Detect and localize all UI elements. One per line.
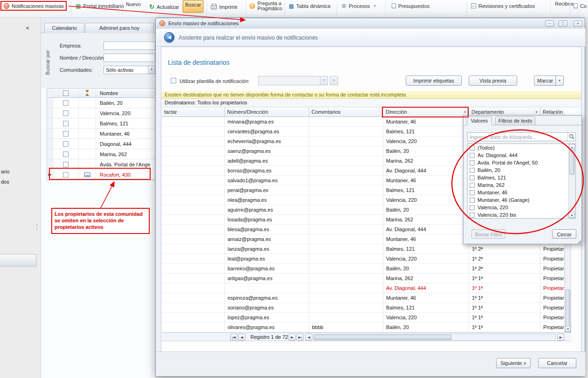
filter-funnel-icon[interactable]: ▼: [463, 110, 467, 114]
select-all-checkbox[interactable]: [63, 90, 69, 96]
vista-previa-button[interactable]: Vista previa: [469, 76, 517, 86]
marcar-button[interactable]: Marcar ▼: [534, 76, 564, 86]
tab-adminet-para-hoy[interactable]: Adminet para hoy: [85, 23, 154, 33]
value-checkbox[interactable]: [470, 175, 475, 180]
siguiente-button[interactable]: Siguiente >: [496, 358, 531, 368]
ribbon-presupuestos-button[interactable]: Presupuestos: [390, 1, 431, 11]
ribbon-portal-inmobiliario-button[interactable]: ▦ Portal inmobiliario: [74, 1, 126, 11]
table-row[interactable]: olivares@pragma.es bbbb Bailén, 20 1º 1ª…: [162, 323, 571, 332]
nombre-column-header[interactable]: Nombre: [96, 89, 155, 97]
table-row[interactable]: lanza@pragma.es Balmes, 121 1º 2ª Propie…: [162, 244, 571, 254]
chevron-down-icon[interactable]: ▼: [555, 76, 563, 85]
value-checkbox[interactable]: [470, 160, 475, 165]
comunidades-select[interactable]: Sólo activas ▼: [104, 66, 155, 74]
scroll-down-button[interactable]: ▼: [569, 212, 575, 218]
value-checkbox[interactable]: [470, 183, 475, 188]
column-header-numero-direccion[interactable]: Número/Dirección: [225, 107, 309, 117]
next-record-button[interactable]: ▶: [289, 334, 296, 341]
table-row[interactable]: lopez@pragma.es Valencia, 220 1º 1ª Prop…: [162, 313, 571, 323]
filter-value-item[interactable]: Bailén, 20: [468, 166, 575, 174]
value-checkbox[interactable]: [470, 205, 475, 210]
filter-value-item[interactable]: Avda. Portal de l'Angel, 50: [468, 159, 575, 166]
row-checkbox[interactable]: [63, 110, 69, 116]
plantilla-checkbox[interactable]: [171, 78, 176, 83]
ribbon-imprimir-button[interactable]: Imprimir: [209, 2, 240, 12]
horizontal-scrollbar[interactable]: [313, 334, 556, 341]
community-row[interactable]: ▶ Avda. Portal de l'Ange: [47, 159, 155, 170]
close-button[interactable]: ×: [574, 21, 582, 27]
dialog-titlebar[interactable]: Envío masivo de notificaciones: [156, 18, 585, 28]
filter-value-item[interactable]: Muntaner, 46 (Garage): [468, 196, 575, 204]
clear-plantilla-button[interactable]: ×: [330, 76, 338, 85]
community-row[interactable]: ▶ Balmes, 121: [47, 118, 155, 129]
table-row[interactable]: Av. Diagonal, 444 1º 1ª Propietari: [162, 283, 571, 293]
first-record-button[interactable]: |◀: [230, 334, 237, 341]
filter-value-item[interactable]: (Todos): [468, 144, 575, 151]
filter-value-item[interactable]: Muntaner, 46: [468, 189, 575, 196]
tab-calendario[interactable]: Calendario: [44, 23, 84, 33]
column-header-direccion[interactable]: Dirección ▼: [383, 107, 469, 117]
community-row[interactable]: ▶ Marina, 262: [47, 149, 155, 159]
value-checkbox[interactable]: [470, 168, 475, 173]
scroll-down-button[interactable]: ▼: [565, 326, 571, 332]
row-checkbox[interactable]: [63, 162, 69, 167]
cancelar-button[interactable]: Cancelar: [538, 358, 576, 368]
value-checkbox[interactable]: [470, 198, 475, 203]
back-button[interactable]: ◀: [164, 32, 174, 42]
row-checkbox[interactable]: [63, 100, 69, 106]
plantilla-select[interactable]: ▼: [258, 76, 328, 85]
resize-grip[interactable]: ◢: [578, 240, 581, 244]
ribbon-buscar-button[interactable]: Buscar: [183, 0, 203, 13]
scroll-right-button[interactable]: ▶: [557, 334, 564, 341]
table-row[interactable]: espinoza@pragma.es Muntaner, 46 1º 1ª Pr…: [162, 293, 571, 303]
row-checkbox[interactable]: [63, 151, 69, 157]
scrollbar-thumb[interactable]: [569, 151, 574, 175]
ribbon-co-button[interactable]: Co: [572, 1, 588, 11]
value-checkbox[interactable]: [470, 190, 475, 195]
minimize-button[interactable]: –: [545, 21, 554, 27]
ribbon-procesos-button[interactable]: ⚙ Procesos ▼: [339, 1, 378, 11]
imprimir-etiquetas-button[interactable]: Imprimir etiquetas: [406, 76, 462, 86]
filter-value-item[interactable]: Balmes, 121: [468, 174, 575, 181]
nombre-direccion-input[interactable]: [104, 54, 155, 62]
filter-value-item[interactable]: Valencia, 220: [468, 204, 575, 211]
ribbon-pregunta-pragmatico-button[interactable]: ? Pregunta a Pragmático: [248, 1, 290, 11]
table-row[interactable]: soriano@pragma.es Balmes, 121 1º 1ª Prop…: [162, 303, 571, 313]
last-record-button[interactable]: ▶|: [297, 334, 304, 341]
collapse-panel-button[interactable]: <: [23, 24, 32, 32]
filter-value-item[interactable]: Valencia, 220 bis: [468, 211, 575, 219]
filter-value-item[interactable]: Av. Diagonal, 444: [468, 151, 575, 159]
list-scrollbar[interactable]: ▲ ▼: [568, 144, 575, 218]
borrar-filtro-button[interactable]: Borrar Filtro: [471, 229, 505, 239]
row-checkbox[interactable]: [63, 172, 69, 178]
empresa-input[interactable]: [104, 41, 155, 50]
tab-valores[interactable]: Valores: [467, 117, 492, 125]
community-row[interactable]: ▶ Rocafort, 430: [47, 170, 155, 180]
table-row[interactable]: barreiro@pragma.es Bailén, 20 1º 2ª Prop…: [162, 264, 571, 274]
community-row[interactable]: ▶ Muntaner, 46: [47, 129, 155, 139]
table-row[interactable]: artigas@pragma.es Marina, 262 1º 1ª Prop…: [162, 274, 571, 283]
community-row[interactable]: ▶ Valencia, 220: [47, 108, 155, 118]
tab-filtros-de-texto[interactable]: Filtros de texto: [495, 117, 535, 125]
ribbon-tabla-dinamica-button[interactable]: ▦ Tabla dinámica: [287, 1, 332, 11]
value-checkbox[interactable]: [470, 145, 475, 151]
row-checkbox[interactable]: [63, 131, 69, 137]
ribbon-notificaciones-masivas-button[interactable]: Notificaciones masivas: [2, 1, 66, 11]
restore-button[interactable]: □: [559, 21, 567, 27]
row-checkbox[interactable]: [63, 121, 69, 126]
filter-value-item[interactable]: Marina, 262: [468, 181, 575, 189]
previous-record-button[interactable]: ◀: [238, 334, 245, 341]
filter-dropdown-icon[interactable]: ▼: [535, 110, 538, 114]
community-row[interactable]: ▶ Diagonal, 444: [47, 139, 155, 149]
column-header-comentarios[interactable]: Comentarios: [309, 107, 383, 117]
search-icon[interactable]: [567, 133, 575, 141]
ribbon-nuevo-button[interactable]: Nuevo: [124, 0, 143, 9]
community-row[interactable]: ▶ Bailén, 20: [47, 98, 155, 108]
table-row[interactable]: leal@pragma.es Valencia, 220 1º 2ª Propi…: [162, 254, 571, 264]
column-header-contactar[interactable]: tactar: [162, 107, 225, 117]
ribbon-revisiones-button[interactable]: ✓ Revisiones y certificados: [469, 1, 537, 11]
cerrar-button[interactable]: Cerrar: [552, 229, 576, 239]
collapsed-panel-header[interactable]: [0, 254, 36, 267]
ribbon-actualizar-button[interactable]: ↻ Actualizar: [147, 2, 181, 12]
scrollbar-thumb[interactable]: [566, 289, 570, 327]
